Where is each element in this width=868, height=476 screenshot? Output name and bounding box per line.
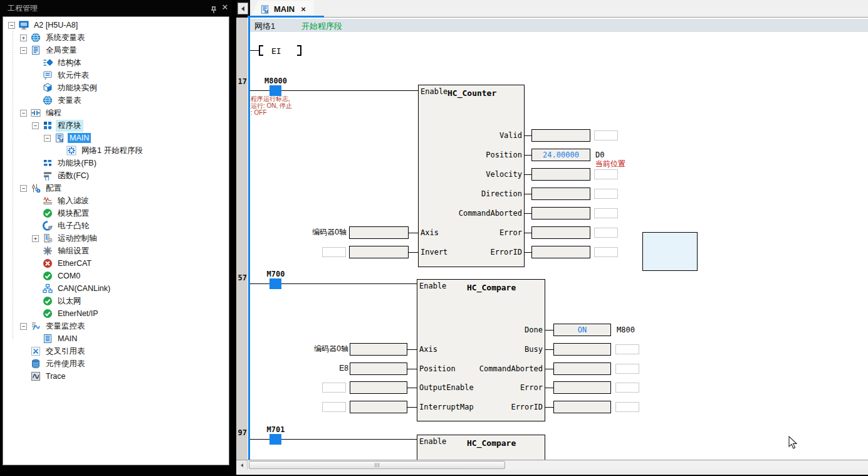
output-value-box[interactable]	[553, 401, 611, 413]
tree-item-ethernet[interactable]: 以太网	[3, 295, 229, 307]
collapse-icon[interactable]: −	[20, 323, 27, 330]
tree-item-plc-root[interactable]: −A2 [H5U-A8]	[3, 19, 229, 31]
tree-item-ethercat[interactable]: EtherCAT	[3, 257, 229, 270]
tree-item-global-variables[interactable]: −全局变量	[3, 44, 229, 56]
output-value-box[interactable]	[531, 188, 590, 200]
output-comment-box[interactable]	[594, 189, 618, 199]
input-operand-label[interactable]: 编码器0轴	[264, 228, 347, 237]
collapse-icon[interactable]: −	[20, 47, 27, 54]
tree-item-fb-instance[interactable]: 功能块实例	[3, 82, 229, 94]
expand-icon[interactable]: +	[32, 235, 39, 242]
pin-icon[interactable]	[209, 4, 218, 13]
tree-item-network1[interactable]: 网络1 开始程序段	[3, 144, 229, 157]
tree-item-watch-main[interactable]: MAIN	[3, 332, 229, 345]
output-comment-box[interactable]	[594, 208, 618, 218]
tree-item-functions-fc[interactable]: ()函数(FC)	[3, 169, 229, 182]
tree-item-ethernet-ip[interactable]: EtherNet/IP	[3, 307, 229, 320]
fb-output-label: Velocity	[434, 170, 522, 179]
tab-scroll-left-button[interactable]	[238, 3, 248, 14]
output-comment-box[interactable]	[594, 130, 618, 140]
output-value-box[interactable]: 24.00000	[531, 149, 590, 161]
tree-item-struct[interactable]: 结构体	[3, 56, 229, 69]
input-operand-box[interactable]	[349, 226, 409, 239]
collapse-icon[interactable]: −	[44, 135, 51, 142]
output-comment-box[interactable]	[615, 383, 639, 393]
input-operand-box[interactable]	[349, 246, 409, 258]
output-value-box[interactable]	[531, 129, 590, 142]
tree-item-can-canlink[interactable]: CAN(CANLink)	[3, 282, 229, 295]
output-target-label[interactable]: D0	[595, 150, 604, 160]
horizontal-scrollbar[interactable]	[236, 460, 868, 470]
tree-item-label: 功能块(FB)	[56, 157, 98, 169]
output-value-box[interactable]	[531, 226, 590, 239]
crossref-icon	[31, 346, 41, 356]
tree-item-cross-reference[interactable]: 交叉引用表	[3, 345, 229, 357]
collapse-icon[interactable]: −	[8, 22, 15, 29]
network-header[interactable]: 网络1 开始程序段	[250, 19, 868, 32]
project-tree: −A2 [H5U-A8]+系统变量表−全局变量结构体软元件表功能块实例变量表−编…	[3, 16, 229, 465]
input-comment-box[interactable]	[322, 383, 346, 393]
tree-item-system-var-table[interactable]: +系统变量表	[3, 31, 229, 44]
close-icon[interactable]: ✕	[221, 3, 229, 13]
output-value-box[interactable]	[553, 381, 611, 394]
tree-item-module-config[interactable]: 模块配置	[3, 207, 229, 219]
doc-blue-icon	[43, 334, 53, 344]
output-comment-box[interactable]	[615, 344, 639, 354]
tree-item-program-blocks[interactable]: −程序块	[3, 119, 229, 132]
output-value-box[interactable]	[553, 362, 611, 375]
input-operand-box[interactable]	[350, 362, 407, 375]
output-value-box[interactable]	[531, 168, 590, 181]
output-comment-box[interactable]	[594, 247, 618, 257]
input-operand-box[interactable]	[350, 381, 407, 394]
output-value-box[interactable]: ON	[553, 324, 611, 336]
tree-item-variable-table[interactable]: 变量表	[3, 94, 229, 107]
scrollbar-thumb[interactable]	[249, 461, 505, 469]
watch-table-icon	[31, 321, 41, 331]
output-comment-box[interactable]	[594, 169, 618, 179]
input-operand-box[interactable]	[350, 401, 407, 413]
input-operand-box[interactable]	[350, 343, 407, 356]
tree-item-device-table[interactable]: 软元件表	[3, 69, 229, 82]
tree-item-e-cam[interactable]: 电子凸轮	[3, 219, 229, 232]
contact-m8000[interactable]	[269, 85, 281, 96]
output-target-label[interactable]: M800	[617, 325, 635, 335]
output-comment-box[interactable]	[615, 364, 639, 374]
input-operand-label[interactable]: E8	[266, 364, 348, 373]
selection-cell-box[interactable]	[642, 232, 698, 271]
contact-m700[interactable]	[269, 278, 281, 289]
tree-item-motion-axis[interactable]: +运动控制轴	[3, 232, 229, 245]
output-comment-box[interactable]	[594, 228, 618, 238]
collapse-icon[interactable]: −	[32, 122, 39, 129]
tree-item-input-filter[interactable]: 输入滤波	[3, 194, 229, 207]
collapse-icon[interactable]: −	[20, 185, 27, 192]
fb-enable-label: Enable	[419, 437, 446, 446]
output-comment-box[interactable]	[615, 402, 639, 412]
tab-close-icon[interactable]: ×	[301, 4, 306, 14]
ei-instruction[interactable]: EI	[271, 46, 281, 56]
svg-text:M: M	[60, 137, 63, 143]
output-value-box[interactable]	[553, 343, 611, 356]
scroll-left-button[interactable]	[236, 460, 248, 470]
tree-item-com0[interactable]: COM0	[3, 270, 229, 282]
program-blocks-icon	[43, 120, 53, 130]
tree-item-element-usage[interactable]: 元件使用表	[3, 357, 229, 370]
input-comment-box[interactable]	[322, 402, 346, 412]
output-value-box[interactable]	[531, 207, 590, 219]
tree-item-programming[interactable]: −编程	[3, 107, 229, 119]
tree-item-trace[interactable]: Trace	[3, 370, 229, 383]
output-value-box[interactable]	[531, 246, 590, 258]
input-operand-label[interactable]: 编码器0轴	[266, 344, 348, 354]
tree-item-config[interactable]: −配置	[3, 182, 229, 194]
tree-item-main-program[interactable]: −MMAIN	[3, 132, 229, 144]
expand-icon[interactable]: +	[20, 34, 27, 41]
tree-item-function-blocks-fb[interactable]: 功能块(FB)	[3, 157, 229, 169]
contact-m701[interactable]	[269, 434, 281, 445]
cube-icon	[43, 83, 53, 93]
tab-main[interactable]: M MAIN ×	[250, 1, 314, 18]
tree-item-watch-table[interactable]: −变量监控表	[3, 320, 229, 332]
collapse-icon[interactable]: −	[20, 110, 27, 117]
input-comment-box[interactable]	[322, 247, 346, 257]
cam-icon	[43, 221, 53, 231]
fb-output-label: Done	[455, 325, 543, 334]
tree-item-axis-group[interactable]: 轴组设置	[3, 245, 229, 257]
